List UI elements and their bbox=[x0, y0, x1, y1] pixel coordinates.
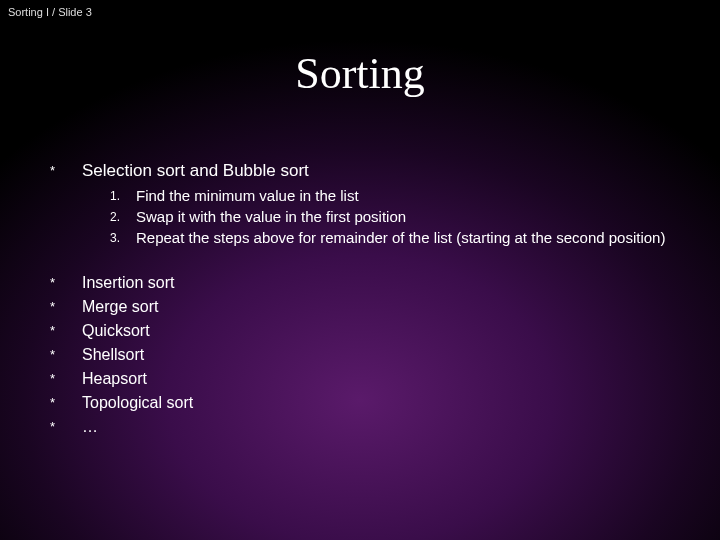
list-item-quicksort: * Quicksort bbox=[50, 320, 680, 342]
list-item-heapsort: * Heapsort bbox=[50, 368, 680, 390]
slide: Sorting I / Slide 3 Sorting * Selection … bbox=[0, 0, 720, 540]
list-item-ellipsis: * … bbox=[50, 416, 680, 438]
list-item-label: Insertion sort bbox=[82, 272, 680, 294]
list-item-label: Heapsort bbox=[82, 368, 680, 390]
asterisk-icon: * bbox=[50, 320, 82, 342]
list-item-insertion: * Insertion sort bbox=[50, 272, 680, 294]
list-item-label: Shellsort bbox=[82, 344, 680, 366]
page-title: Sorting bbox=[0, 48, 720, 99]
step-number: 1. bbox=[110, 186, 136, 206]
list-item-label: Quicksort bbox=[82, 320, 680, 342]
step-item: 1. Find the minimum value in the list bbox=[110, 186, 680, 206]
list-item-selection-bubble: * Selection sort and Bubble sort bbox=[50, 160, 680, 182]
list-item-label: … bbox=[82, 416, 680, 438]
step-item: 2. Swap it with the value in the first p… bbox=[110, 207, 680, 227]
asterisk-icon: * bbox=[50, 416, 82, 438]
step-text: Find the minimum value in the list bbox=[136, 186, 680, 206]
breadcrumb: Sorting I / Slide 3 bbox=[8, 6, 92, 18]
list-item-shellsort: * Shellsort bbox=[50, 344, 680, 366]
step-item: 3. Repeat the steps above for remainder … bbox=[110, 228, 680, 248]
asterisk-icon: * bbox=[50, 368, 82, 390]
step-number: 3. bbox=[110, 228, 136, 248]
slide-body: * Selection sort and Bubble sort 1. Find… bbox=[50, 160, 680, 440]
asterisk-icon: * bbox=[50, 160, 82, 182]
steps-list: 1. Find the minimum value in the list 2.… bbox=[110, 186, 680, 248]
list-item-label: Selection sort and Bubble sort bbox=[82, 160, 680, 182]
asterisk-icon: * bbox=[50, 296, 82, 318]
asterisk-icon: * bbox=[50, 272, 82, 294]
asterisk-icon: * bbox=[50, 344, 82, 366]
list-item-topological: * Topological sort bbox=[50, 392, 680, 414]
list-item-label: Merge sort bbox=[82, 296, 680, 318]
step-number: 2. bbox=[110, 207, 136, 227]
asterisk-icon: * bbox=[50, 392, 82, 414]
step-text: Swap it with the value in the first posi… bbox=[136, 207, 680, 227]
list-item-label: Topological sort bbox=[82, 392, 680, 414]
list-item-merge: * Merge sort bbox=[50, 296, 680, 318]
step-text: Repeat the steps above for remainder of … bbox=[136, 228, 680, 248]
